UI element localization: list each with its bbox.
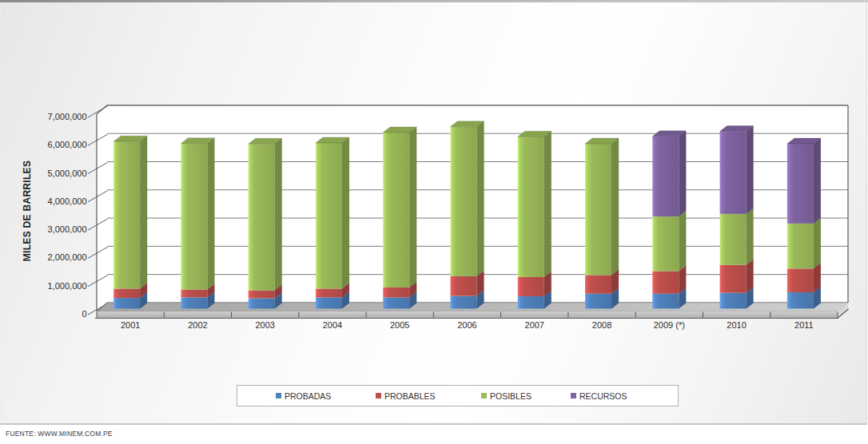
x-axis-label: 2006 (457, 320, 476, 330)
bar-2006 (451, 121, 484, 309)
bar-segment-probables (316, 288, 342, 297)
x-axis-label: 2005 (390, 320, 409, 330)
x-axis-label: 2008 (592, 320, 611, 330)
bar-2008 (585, 138, 619, 309)
legend-label: POSIBLES (490, 391, 532, 401)
chart-legend: PROBADASPROBABLESPOSIBLESRECURSOS (237, 385, 679, 406)
bar-2011 (787, 138, 821, 309)
bar-segment-probables (585, 275, 611, 293)
bar-2005 (383, 127, 416, 309)
y-axis-tick-label: 2,000,000 (48, 252, 87, 262)
y-axis-tick-label: 6,000,000 (48, 140, 87, 149)
legend-item-posibles: POSIBLES (481, 391, 532, 401)
bar-segment-probadas (451, 296, 477, 309)
bar-segment-probables (720, 265, 747, 293)
bar-segment-posibles (787, 224, 814, 268)
legend-label: RECURSOS (579, 391, 627, 401)
bar-segment-side (611, 138, 619, 275)
bar-segment-probables (181, 289, 207, 297)
legend-marker-icon (376, 393, 381, 398)
bar-2003 (249, 138, 282, 308)
bar-segment-probadas (720, 293, 747, 309)
bar-segment-recursos (720, 131, 747, 213)
bar-segment-side (544, 131, 551, 277)
bar-segment-probables (652, 272, 679, 294)
x-axis-label: 2010 (727, 320, 746, 330)
legend-item-probadas: PROBADAS (276, 391, 331, 401)
bar-segment-probadas (181, 297, 207, 308)
bar-segment-probadas (316, 297, 342, 308)
bar-segment-posibles (316, 143, 342, 289)
bar-segment-side (679, 211, 686, 271)
bar-segment-side (679, 131, 686, 216)
reserves-3d-stacked-bar-chart: 01,000,0002,000,0003,000,0004,000,0005,0… (0, 0, 868, 351)
bar-segment-probadas (652, 294, 679, 309)
legend-item-probables: PROBABLES (376, 391, 436, 401)
bar-segment-side (747, 208, 754, 265)
bar-segment-side (814, 218, 821, 268)
bar-segment-probadas (585, 294, 611, 309)
legend-marker-icon (481, 393, 487, 398)
y-axis-tick-label: 5,000,000 (48, 168, 87, 178)
bar-2002 (181, 138, 214, 309)
bar-segment-side (140, 136, 147, 288)
legend-marker-icon (276, 393, 281, 398)
legend-label: PROBADAS (285, 391, 331, 401)
bar-segment-posibles (518, 137, 544, 277)
bar-segment-posibles (383, 133, 409, 287)
bar-segment-posibles (181, 144, 207, 290)
bar-segment-probadas (518, 296, 544, 309)
bar-segment-side (409, 127, 416, 287)
bar-segment-recursos (652, 137, 679, 216)
bar-segment-probables (787, 268, 814, 292)
bar-segment-side (342, 137, 349, 289)
page: MILES DE BARRILES 01,000,0002,000,0003,0… (0, 0, 868, 444)
y-axis-tick-label: 4,000,000 (48, 196, 87, 206)
bar-segment-probadas (249, 298, 275, 308)
bar-segment-probables (383, 287, 409, 297)
x-axis-label: 2011 (794, 320, 814, 330)
bar-segment-side (814, 138, 821, 224)
x-axis-label: 2003 (255, 320, 274, 330)
bar-segment-posibles (652, 216, 679, 271)
x-axis-label: 2001 (121, 320, 140, 330)
x-axis-label: 2004 (323, 320, 342, 330)
y-axis-tick-label: 7,000,000 (48, 112, 87, 121)
y-axis-tick-label: 1,000,000 (48, 281, 87, 291)
bar-segment-side (207, 138, 214, 290)
bar-segment-probadas (113, 298, 140, 308)
bar-segment-posibles (249, 144, 275, 290)
legend-label: PROBABLES (384, 391, 436, 401)
bar-segment-side (747, 260, 754, 293)
x-axis-label: 2007 (525, 320, 544, 330)
bar-segment-probables (249, 291, 275, 299)
bar-segment-probables (113, 288, 140, 298)
bar-segment-probadas (383, 297, 409, 308)
bar-2009 (*) (652, 131, 686, 309)
bar-segment-posibles (720, 214, 747, 265)
bar-segment-side (747, 125, 754, 213)
y-axis-tick-label: 0 (82, 309, 86, 319)
bar-2001 (113, 136, 147, 308)
bar-segment-side (275, 138, 282, 290)
bar-2010 (720, 125, 754, 308)
bar-segment-posibles (451, 127, 477, 276)
bar-2004 (316, 137, 349, 309)
x-axis-label: 2009 (*) (654, 320, 685, 330)
legend-item-recursos: RECURSOS (571, 391, 627, 401)
source-note: FUENTE: WWW.MINEM.COM.PE (6, 430, 113, 438)
x-axis-label: 2002 (188, 320, 207, 330)
bar-segment-recursos (787, 144, 814, 224)
bar-segment-posibles (585, 144, 611, 275)
bar-segment-probables (518, 277, 544, 296)
bar-segment-probadas (787, 292, 814, 308)
bar-segment-probables (451, 276, 477, 296)
y-axis-tick-label: 3,000,000 (48, 224, 87, 234)
bar-segment-posibles (113, 141, 140, 288)
bar-segment-side (477, 121, 484, 276)
bar-2007 (518, 131, 551, 308)
legend-marker-icon (571, 393, 576, 398)
